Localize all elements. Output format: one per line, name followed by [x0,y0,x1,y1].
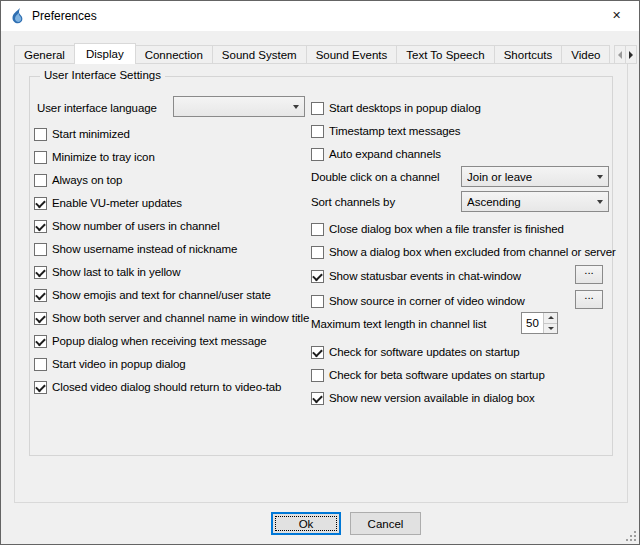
tab-display[interactable]: Display [74,43,136,64]
double-click-combobox[interactable]: Join or leave [461,166,609,187]
checkbox-label: Check for software updates on startup [329,346,520,358]
arrow-up-icon [548,316,554,319]
arrow-right-icon [629,51,633,59]
close-button[interactable]: ✕ [594,1,639,30]
check-show-statusbar-events[interactable]: Show statusbar events in chat-window [311,268,521,284]
check-close-dialog-file-transfer[interactable]: Close dialog box when a file transfer is… [311,221,564,237]
check-show-emojis-and-text[interactable]: Show emojis and text for channel/user st… [34,287,271,303]
video-source-browse-button[interactable]: ... [575,290,603,309]
tab-scroll-right-button[interactable] [625,45,637,64]
checkbox-label: Popup dialog when receiving text message [52,335,267,347]
tab-label: Text To Speech [406,49,484,61]
sort-channels-combobox[interactable]: Ascending [461,191,609,212]
tab-connection[interactable]: Connection [135,45,213,63]
combobox-value: Ascending [467,196,521,208]
ok-button[interactable]: Ok [271,512,341,535]
check-show-number-of-users[interactable]: Show number of users in channel [34,218,220,234]
tab-bar: General Display Connection Sound System … [14,43,614,64]
checkbox-label: Closed video dialog should return to vid… [52,381,281,393]
check-popup-dialog-text-message[interactable]: Popup dialog when receiving text message [34,333,267,349]
check-always-on-top[interactable]: Always on top [34,172,122,188]
checkbox-label: Show number of users in channel [52,220,220,232]
checkbox-label: Show username instead of nickname [52,243,237,255]
check-beta-updates[interactable]: Check for beta software updates on start… [311,367,545,383]
chevron-down-icon [287,97,304,116]
tab-video[interactable]: Video [561,45,610,63]
close-icon: ✕ [612,9,621,22]
check-start-minimized[interactable]: Start minimized [34,126,130,142]
spinner-value: 50 [522,313,543,333]
chevron-down-icon [591,192,608,211]
spin-down-button[interactable] [544,324,557,334]
tab-sound-events[interactable]: Sound Events [306,45,398,63]
tab-shortcuts[interactable]: Shortcuts [494,45,563,63]
tab-label: Sound System [222,49,297,61]
tab-label: Display [86,48,124,60]
cancel-button[interactable]: Cancel [350,512,421,535]
window-title: Preferences [32,9,97,23]
language-combobox[interactable] [173,96,305,117]
checkbox-label: Show emojis and text for channel/user st… [52,289,271,301]
checkbox-label: Show source in corner of video window [329,295,525,307]
checkbox [311,295,324,308]
check-closed-video-return-to-tab[interactable]: Closed video dialog should return to vid… [34,379,281,395]
double-click-label: Double click on a channel [311,170,440,184]
tab-label: Shortcuts [504,49,553,61]
spin-up-button[interactable] [544,313,557,324]
tab-label: Video [571,49,600,61]
tab-general[interactable]: General [14,45,75,63]
checkbox [34,312,47,325]
checkbox-label: Auto expand channels [329,148,441,160]
checkbox [311,102,324,115]
checkbox [311,223,324,236]
check-show-dialog-excluded[interactable]: Show a dialog box when excluded from cha… [311,244,616,260]
check-show-server-and-channel-in-title[interactable]: Show both server and channel name in win… [34,310,309,326]
checkbox-label: Start desktops in popup dialog [329,102,481,114]
check-minimize-to-tray-icon[interactable]: Minimize to tray icon [34,149,155,165]
max-text-length-spinner[interactable]: 50 [521,312,558,334]
arrow-left-icon [618,51,622,59]
check-show-username-instead-of-nickname[interactable]: Show username instead of nickname [34,241,237,257]
preferences-window: Preferences ✕ General Display Connection… [0,0,640,545]
checkbox [34,289,47,302]
resize-grip[interactable] [625,530,637,542]
check-enable-vu-meter-updates[interactable]: Enable VU-meter updates [34,195,182,211]
checkbox [34,220,47,233]
checkbox-label: Enable VU-meter updates [52,197,182,209]
titlebar[interactable]: Preferences ✕ [1,1,639,31]
check-show-new-version[interactable]: Show new version available in dialog box [311,390,535,406]
check-show-source-video-window[interactable]: Show source in corner of video window [311,293,525,309]
language-label: User interface language [37,101,157,115]
checkbox [34,197,47,210]
checkbox [34,381,47,394]
checkbox-label: Show new version available in dialog box [329,392,535,404]
checkbox [34,266,47,279]
checkbox [34,151,47,164]
checkbox-label: Start minimized [52,128,130,140]
checkbox [311,148,324,161]
tab-scrollers [614,45,636,64]
checkbox [311,392,324,405]
check-software-updates[interactable]: Check for software updates on startup [311,344,520,360]
tab-sound-system[interactable]: Sound System [212,45,307,63]
tab-label: General [24,49,65,61]
check-start-desktops-in-popup[interactable]: Start desktops in popup dialog [311,100,481,116]
checkbox [34,128,47,141]
check-start-video-in-popup[interactable]: Start video in popup dialog [34,356,185,372]
check-show-last-to-talk-in-yellow[interactable]: Show last to talk in yellow [34,264,180,280]
checkbox-label: Check for beta software updates on start… [329,369,545,381]
sort-channels-label: Sort channels by [311,195,395,209]
check-auto-expand-channels[interactable]: Auto expand channels [311,146,441,162]
checkbox [34,243,47,256]
arrow-down-icon [548,327,554,330]
checkbox [311,125,324,138]
checkbox-label: Close dialog box when a file transfer is… [329,223,564,235]
check-timestamp-text-messages[interactable]: Timestamp text messages [311,123,460,139]
checkbox-label: Timestamp text messages [329,125,460,137]
tab-text-to-speech[interactable]: Text To Speech [396,45,494,63]
tab-label: Connection [145,49,203,61]
cancel-button-label: Cancel [368,518,404,530]
statusbar-events-browse-button[interactable]: ... [575,265,603,284]
checkbox-label: Show a dialog box when excluded from cha… [329,246,616,258]
tab-label: Sound Events [316,49,388,61]
